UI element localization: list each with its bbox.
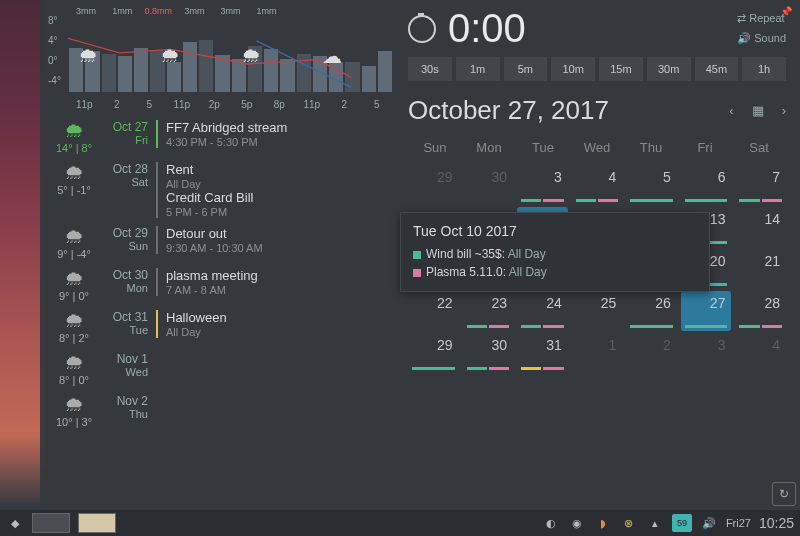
- calendar-day[interactable]: 25: [572, 291, 623, 331]
- calendar-day[interactable]: 4: [735, 333, 786, 373]
- timer-row: 0:00 ⇄ Repeat 🔊 Sound: [408, 6, 786, 51]
- day-of-week-header: SunMonTueWedThuFriSat: [408, 140, 786, 155]
- task-app-1[interactable]: [32, 513, 70, 533]
- calendar-day[interactable]: 5: [626, 165, 677, 205]
- tray-expand-icon[interactable]: ▴: [646, 517, 664, 530]
- agenda-date: Oct 30Mon: [100, 268, 156, 294]
- calendar-day[interactable]: 23: [463, 291, 514, 331]
- start-button[interactable]: ◆: [6, 517, 24, 530]
- tooltip-item: Wind bill ~35$: All Day: [413, 245, 697, 263]
- clock-day[interactable]: Fri27: [726, 517, 751, 529]
- popup-panel: 8°4°0°-4° 3mm1mm0.8mm3mm3mm1mm 🌧🌧🌧☁ 11p2…: [40, 0, 800, 510]
- calendar-day[interactable]: 24: [517, 291, 568, 331]
- month-header: October 27, 2017 ‹ ▦ ›: [408, 95, 786, 126]
- weather-icon: 🌧14° | 8°: [48, 120, 100, 154]
- agenda-date: Oct 29Sun: [100, 226, 156, 252]
- tray-power-icon[interactable]: ◐: [542, 517, 560, 530]
- prev-month-button[interactable]: ‹: [729, 103, 733, 118]
- calendar-day[interactable]: 29: [408, 165, 459, 205]
- clock-time[interactable]: 10:25: [759, 515, 794, 531]
- preset-10m[interactable]: 10m: [551, 57, 595, 81]
- tray-slice-icon[interactable]: ◗: [594, 517, 612, 530]
- calendar-day[interactable]: 6: [681, 165, 732, 205]
- tray-volume-icon[interactable]: 🔊: [700, 517, 718, 530]
- right-column: 📌 0:00 ⇄ Repeat 🔊 Sound 30s1m5m10m15m30m…: [400, 0, 800, 510]
- tooltip-title: Tue Oct 10 2017: [413, 223, 697, 239]
- tooltip-item: Plasma 5.11.0: All Day: [413, 263, 697, 281]
- timer-value: 0:00: [448, 6, 526, 51]
- weather-icon: 🌧10° | 3°: [48, 394, 100, 428]
- calendar-day[interactable]: 27: [681, 291, 732, 331]
- sound-toggle[interactable]: 🔊 Sound: [723, 29, 786, 49]
- repeat-toggle[interactable]: ⇄ Repeat: [723, 9, 786, 29]
- meteogram-chart: 8°4°0°-4° 3mm1mm0.8mm3mm3mm1mm 🌧🌧🌧☁ 11p2…: [48, 6, 393, 110]
- calendar-day[interactable]: 3: [681, 333, 732, 373]
- y-axis: 8°4°0°-4°: [48, 16, 61, 96]
- preset-45m[interactable]: 45m: [695, 57, 739, 81]
- month-title: October 27, 2017: [408, 95, 609, 126]
- pin-icon[interactable]: 📌: [780, 6, 792, 17]
- agenda-date: Nov 2Thu: [100, 394, 156, 420]
- agenda-event[interactable]: Credit Card Bill5 PM - 6 PM: [156, 190, 392, 218]
- timer-presets: 30s1m5m10m15m30m45m1h: [408, 57, 786, 81]
- preset-30s[interactable]: 30s: [408, 57, 452, 81]
- calendar-day[interactable]: 4: [572, 165, 623, 205]
- calendar-day[interactable]: 3: [517, 165, 568, 205]
- preset-15m[interactable]: 15m: [599, 57, 643, 81]
- weather-icon: 🌧8° | 2°: [48, 310, 100, 344]
- tray-steam-icon[interactable]: ◉: [568, 517, 586, 530]
- agenda-date: Oct 28Sat: [100, 162, 156, 188]
- precip-labels: 3mm1mm0.8mm3mm3mm1mm: [68, 6, 393, 16]
- weather-icon: 🌧9° | 0°: [48, 268, 100, 302]
- agenda-event[interactable]: HalloweenAll Day: [156, 310, 392, 338]
- agenda-event[interactable]: Detour out9:30 AM - 10:30 AM: [156, 226, 392, 254]
- timer-options: ⇄ Repeat 🔊 Sound: [723, 9, 786, 49]
- weather-icon: 🌧5° | -1°: [48, 162, 100, 196]
- agenda-event[interactable]: plasma meeting7 AM - 8 AM: [156, 268, 392, 296]
- calendar-day[interactable]: 31: [517, 333, 568, 373]
- month-nav: ‹ ▦ ›: [729, 103, 786, 118]
- day-tooltip: Tue Oct 10 2017 Wind bill ~35$: All DayP…: [400, 212, 710, 292]
- tray-calendar-icon[interactable]: 59: [672, 514, 692, 532]
- task-app-2[interactable]: [78, 513, 116, 533]
- agenda-list: 🌧14° | 8°Oct 27FriFF7 Abridged stream4:3…: [48, 116, 392, 432]
- wallpaper-edge: [0, 0, 45, 510]
- calendar-day[interactable]: 30: [463, 165, 514, 205]
- calendar-day[interactable]: 30: [463, 333, 514, 373]
- left-column: 8°4°0°-4° 3mm1mm0.8mm3mm3mm1mm 🌧🌧🌧☁ 11p2…: [40, 0, 400, 510]
- tray-x-icon[interactable]: ⊗: [620, 517, 638, 530]
- condition-icons: 🌧🌧🌧☁: [68, 44, 393, 68]
- calendar-day[interactable]: 14: [735, 207, 786, 247]
- agenda-date: Oct 31Tue: [100, 310, 156, 336]
- today-button[interactable]: ▦: [752, 103, 764, 118]
- taskbar: ◆ ◐ ◉ ◗ ⊗ ▴ 59 🔊 Fri27 10:25: [0, 510, 800, 536]
- preset-30m[interactable]: 30m: [647, 57, 691, 81]
- calendar-day[interactable]: 21: [735, 249, 786, 289]
- calendar-day[interactable]: 1: [572, 333, 623, 373]
- preset-5m[interactable]: 5m: [504, 57, 548, 81]
- calendar-day[interactable]: 26: [626, 291, 677, 331]
- next-month-button[interactable]: ›: [782, 103, 786, 118]
- x-axis: 11p2511p2p5p8p11p25: [68, 99, 393, 110]
- preset-1m[interactable]: 1m: [456, 57, 500, 81]
- weather-icon: 🌧8° | 0°: [48, 352, 100, 386]
- agenda-date: Oct 27Fri: [100, 120, 156, 146]
- agenda-event[interactable]: RentAll Day: [156, 162, 392, 190]
- calendar-day[interactable]: 22: [408, 291, 459, 331]
- weather-icon: 🌧9° | -4°: [48, 226, 100, 260]
- agenda-date: Nov 1Wed: [100, 352, 156, 378]
- agenda-event[interactable]: FF7 Abridged stream4:30 PM - 5:30 PM: [156, 120, 392, 148]
- stopwatch-icon[interactable]: [408, 15, 436, 43]
- calendar-day[interactable]: 29: [408, 333, 459, 373]
- calendar-day[interactable]: 2: [626, 333, 677, 373]
- calendar-day[interactable]: 7: [735, 165, 786, 205]
- calendar-day[interactable]: 28: [735, 291, 786, 331]
- preset-1h[interactable]: 1h: [742, 57, 786, 81]
